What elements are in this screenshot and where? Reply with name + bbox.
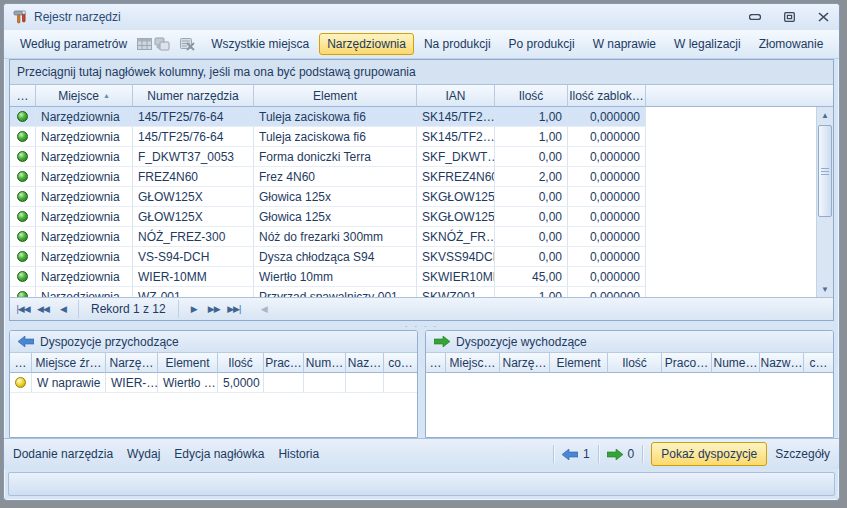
cell-miejsce: Narzędziownia [36,167,133,187]
table-row[interactable]: NarzędziowniaWIER-10MMWiertło 10mmSKWIER… [10,267,816,287]
status-green-icon [17,191,28,202]
cell-status [10,227,36,247]
table-row[interactable]: NarzędziowniaGŁOW125XGłowica 125xSKGŁOW1… [10,187,816,207]
column-header-3[interactable]: Element [550,353,608,373]
table-row[interactable]: NarzędziowniaF_DKWT37_0053Forma doniczki… [10,147,816,167]
cell-filler [646,267,816,287]
record-navigator: |◀◀ ◀◀ ◀ Rekord 1 z 12 ▶ ▶▶ ▶▶| ◀ [10,297,833,320]
scrollbar-thumb[interactable] [818,125,832,217]
action-wydaj[interactable]: Wydaj [127,447,160,461]
toolbar-button-złomowanie[interactable]: Złomowanie [751,33,832,55]
status-yellow-icon [15,377,26,388]
column-header-3[interactable]: Element [254,85,417,107]
column-header-4[interactable]: Ilość [608,353,662,373]
arrow-right-icon [607,449,623,460]
restore-button[interactable] [781,10,797,24]
column-header-8[interactable]: co… [384,353,417,373]
column-header-0[interactable]: … [426,353,446,373]
cell-status [10,287,36,297]
column-header-3[interactable]: Element [158,353,218,373]
splitter-grip-icon: · · · · [405,324,439,328]
show-dispositions-button[interactable]: Pokaż dyspozycje [651,442,767,466]
outgoing-count-indicator[interactable]: 0 [607,447,635,461]
thumb-grip-icon [821,168,829,169]
grid-view-icon[interactable] [137,35,152,53]
toolbar-button-w-naprawie[interactable]: W naprawie [585,33,664,55]
cell-miejsce: Narzędziownia [36,127,133,147]
column-header-1[interactable]: Miejsce▲ [36,85,133,107]
column-header-6[interactable]: Nume… [712,353,760,373]
column-header-1[interactable]: Miejsce źr… [32,353,106,373]
column-header-2[interactable]: Narzę… [106,353,158,373]
cell-element: Przyrząd spawalniczy 001 [254,287,417,297]
scroll-down-icon[interactable]: ▼ [817,281,833,297]
column-header-8[interactable]: c… [804,353,833,373]
toolbar-button-wszystkie-miejsca[interactable]: Wszystkie miejsca [203,33,317,55]
cell-zablokowane: 0,000000 [568,227,646,247]
action-dodanie-narzędzia[interactable]: Dodanie narzędzia [13,447,113,461]
details-button[interactable]: Szczegóły [775,447,830,461]
column-header-7[interactable]: Naz… [346,353,384,373]
column-header-5[interactable]: Prac… [264,353,304,373]
clear-filter-icon[interactable] [180,35,195,53]
nav-last-icon[interactable]: ▶▶| [225,304,243,314]
column-header-1[interactable]: Miejsc… [446,353,500,373]
column-header-0[interactable]: … [10,85,36,107]
cell-ilosc: 0,00 [495,147,568,167]
toolbar-button-w-legalizacji[interactable]: W legalizacji [666,33,749,55]
column-header-5[interactable]: Praco… [662,353,712,373]
toolbar-button-wedlug-parametrow[interactable]: Według parametrów [12,33,135,55]
cell-ilosc: 1,00 [495,287,568,297]
toolbar-button-na-produkcji[interactable]: Na produkcji [416,33,499,55]
cell-numer: GŁOW125X [133,187,254,207]
cell-ian: SK145/TF2… [417,127,495,147]
tools-grid: Przeciągnij tutaj nagłówek kolumny, jeśl… [9,59,834,321]
column-header-4[interactable]: Ilość [218,353,264,373]
nav-prev-icon[interactable]: ◀ [54,304,72,314]
cell-miejsce: Narzędziownia [36,147,133,167]
nav-prev-page-icon[interactable]: ◀◀ [34,304,52,314]
cell-miejsce: Narzędziownia [36,227,133,247]
column-header-2[interactable]: Narzę… [500,353,550,373]
cell-miejsce: Narzędziownia [36,287,133,297]
toolbar-button-po-produkcji[interactable]: Po produkcji [501,33,583,55]
cell-numer: WZ-001 [133,287,254,297]
incoming-header-row: …Miejsce źr…Narzę…ElementIlośćPrac…Num…N… [10,353,417,373]
table-row[interactable]: NarzędziowniaVS-S94-DCHDysza chłodząca S… [10,247,816,267]
table-row[interactable]: Narzędziownia145/TF25/76-64Tuleja zacisk… [10,107,816,127]
column-header-4[interactable]: IAN [417,85,495,107]
table-row[interactable]: NarzędziowniaWZ-001Przyrząd spawalniczy … [10,287,816,297]
group-by-hint[interactable]: Przeciągnij tutaj nagłówek kolumny, jeśl… [10,60,833,85]
nav-next-icon[interactable]: ▶ [185,304,203,314]
minimize-button[interactable] [747,10,763,24]
toolbar-button-narzędziownia[interactable]: Narzędziownia [319,33,414,55]
send-to-panel-icon[interactable] [154,35,170,53]
action-edycja-nagłówka[interactable]: Edycja nagłówka [174,447,264,461]
horizontal-splitter[interactable]: · · · · [4,321,839,330]
nav-next-page-icon[interactable]: ▶▶ [205,304,223,314]
column-header-2[interactable]: Numer narzędzia [133,85,254,107]
nav-first-icon[interactable]: |◀◀ [14,304,32,314]
cell-7 [384,373,417,393]
action-historia[interactable]: Historia [278,447,319,461]
table-row[interactable]: NarzędziowniaNÓŻ_FREZ-300Nóż do frezarki… [10,227,816,247]
vertical-scrollbar[interactable]: ▲ ▼ [816,107,833,297]
table-row[interactable]: Narzędziownia145/TF25/76-64Tuleja zacisk… [10,127,816,147]
table-row[interactable]: NarzędziowniaFREZ4N60Frez 4N60SKFREZ4N60… [10,167,816,187]
column-header-6[interactable]: Num… [304,353,346,373]
table-row[interactable]: W naprawieWIER-…Wiertło …5,0000 [10,373,417,393]
column-header-5[interactable]: Ilość [495,85,568,107]
column-header-7[interactable]: Nazw… [760,353,804,373]
scroll-up-icon[interactable]: ▲ [817,107,833,123]
options-dropdown[interactable]: Opcje ▼ [835,34,840,54]
cell-zablokowane: 0,000000 [568,287,646,297]
cell-ilosc: 0,00 [495,207,568,227]
column-header-6[interactable]: Ilość zablok… [568,85,646,107]
column-header-0[interactable]: … [10,353,32,373]
cell-4 [264,373,304,393]
incoming-count-indicator[interactable]: 1 [562,447,590,461]
close-button[interactable] [815,10,831,24]
title-bar[interactable]: Rejestr narzędzi [4,4,839,30]
table-row[interactable]: NarzędziowniaGŁOW125XGłowica 125xSKGŁOW1… [10,207,816,227]
cell-zablokowane: 0,000000 [568,267,646,287]
